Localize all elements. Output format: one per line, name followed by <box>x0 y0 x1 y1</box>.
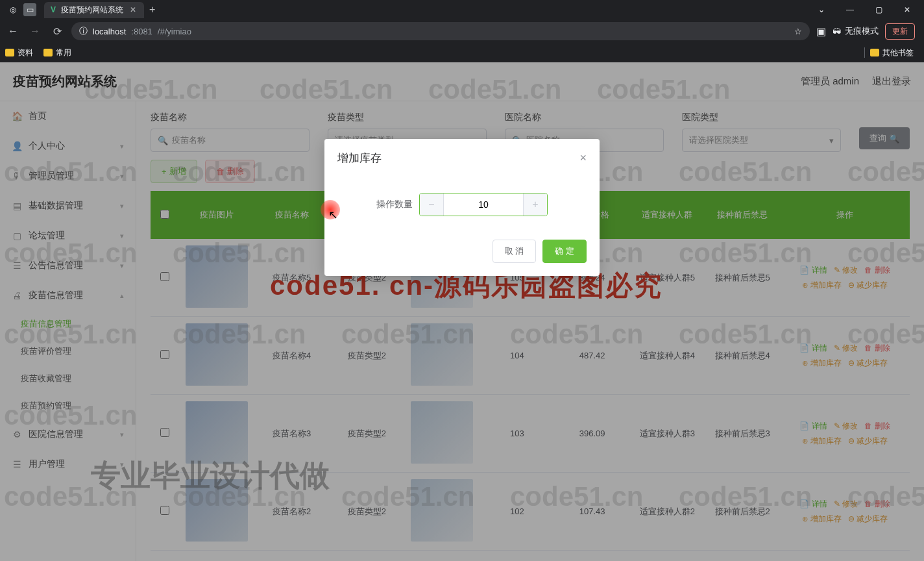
confirm-button[interactable]: 确 定 <box>542 240 587 263</box>
incognito-badge[interactable]: 🕶 无痕模式 <box>833 25 879 37</box>
modal-header: 增加库存 × <box>324 139 600 177</box>
folder-icon <box>870 49 879 56</box>
folder-icon <box>43 49 53 56</box>
forward-button[interactable]: → <box>27 23 43 39</box>
chevron-down-icon[interactable]: ⌄ <box>807 0 836 19</box>
bookmark-item[interactable]: 资料 <box>5 47 33 58</box>
folder-icon <box>5 49 14 56</box>
modal-mask[interactable]: 增加库存 × 操作数量 − + 取 消 确 定 <box>0 62 924 561</box>
address-bar: ← → ⟳ ⓘ localhost:8081/#/yimiao ☆ ▣ 🕶 无痕… <box>0 19 924 43</box>
extensions-icon[interactable]: ▣ <box>816 25 826 38</box>
incognito-icon: 🕶 <box>833 27 841 36</box>
modal-title: 增加库存 <box>337 151 382 166</box>
app-icon[interactable]: ◎ <box>6 3 19 16</box>
minimize-button[interactable]: — <box>836 0 864 19</box>
app-root: code51.cn code51.cn code51.cn code51.cn … <box>0 62 924 561</box>
maximize-button[interactable]: ▢ <box>864 0 893 19</box>
new-tab-button[interactable]: + <box>149 4 155 16</box>
url-input[interactable]: ⓘ localhost:8081/#/yimiao ☆ <box>71 22 810 40</box>
decrease-button[interactable]: − <box>420 193 443 216</box>
bookmark-other[interactable]: 其他书签 <box>870 47 914 58</box>
close-window-button[interactable]: ✕ <box>893 0 921 19</box>
quantity-stepper: − + <box>419 193 548 216</box>
incognito-label: 无痕模式 <box>845 25 879 37</box>
modal-add-stock: 增加库存 × 操作数量 − + 取 消 确 定 <box>324 139 600 276</box>
quantity-input[interactable] <box>443 193 524 216</box>
cancel-button[interactable]: 取 消 <box>492 240 537 263</box>
url-host: localhost <box>93 27 126 36</box>
increase-button[interactable]: + <box>524 193 547 216</box>
vue-icon: V <box>51 5 56 14</box>
tab-bar: ◎ ▭ V 疫苗预约网站系统 ✕ + ⌄ — ▢ ✕ <box>0 0 924 19</box>
url-path: /#/yimiao <box>158 27 191 36</box>
browser-chrome: ◎ ▭ V 疫苗预约网站系统 ✕ + ⌄ — ▢ ✕ ← → ⟳ ⓘ local… <box>0 0 924 62</box>
tab-thumb-icon[interactable]: ▭ <box>23 3 36 16</box>
reload-button[interactable]: ⟳ <box>49 23 65 39</box>
url-port: :8081 <box>131 27 152 36</box>
browser-tab[interactable]: V 疫苗预约网站系统 ✕ <box>44 2 144 18</box>
modal-field-label: 操作数量 <box>376 199 413 210</box>
bookmarks-bar: 资料 常用 其他书签 <box>0 43 924 62</box>
bookmark-label: 其他书签 <box>882 47 914 58</box>
tab-title: 疫苗预约网站系统 <box>61 5 123 16</box>
star-icon[interactable]: ☆ <box>794 27 802 36</box>
bookmark-label: 常用 <box>56 47 71 58</box>
info-icon: ⓘ <box>79 25 88 37</box>
bookmark-item[interactable]: 常用 <box>43 47 71 58</box>
separator <box>864 47 865 58</box>
bookmark-label: 资料 <box>18 47 33 58</box>
close-tab-icon[interactable]: ✕ <box>128 5 138 14</box>
close-icon[interactable]: × <box>579 151 587 165</box>
back-button[interactable]: ← <box>5 23 21 39</box>
update-button[interactable]: 更新 <box>885 23 915 40</box>
